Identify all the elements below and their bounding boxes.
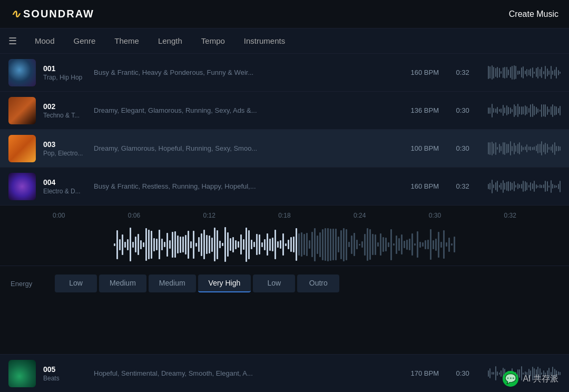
track-info: 005Beats <box>43 365 85 382</box>
waveform-bar <box>343 228 345 261</box>
track-tags: Dreamy, Glamorous, Hopeful, Running, Sex… <box>94 144 403 152</box>
waveform-bar <box>180 237 181 253</box>
waveform-bar <box>219 241 221 248</box>
track-waveform <box>488 140 561 157</box>
track-row[interactable]: 002Techno & T...Dreamy, Elegant, Glamoro… <box>0 92 569 130</box>
energy-segment-low[interactable]: Low <box>55 275 97 292</box>
waveform-bar <box>354 233 355 256</box>
create-music-button[interactable]: Create Music <box>509 9 558 19</box>
track-genre: Pop, Electro... <box>43 150 85 157</box>
waveform-bar <box>224 227 226 262</box>
track-list: 001Trap, Hip HopBusy & Frantic, Heavy & … <box>0 54 569 205</box>
bottom-track[interactable]: 005BeatsHopeful, Sentimental, Dreamy, Sm… <box>0 354 569 392</box>
track-info: 003Pop, Electro... <box>43 140 85 157</box>
track-number: 004 <box>43 178 85 187</box>
nav-item-genre[interactable]: Genre <box>66 33 103 48</box>
track-row[interactable]: 003Pop, Electro...Dreamy, Glamorous, Hop… <box>0 130 569 168</box>
track-thumbnail <box>8 97 36 124</box>
waveform-bar <box>348 242 350 247</box>
waveform-bar <box>446 242 447 247</box>
energy-section: Energy LowMediumMediumVery HighLowOutro <box>0 266 569 301</box>
track-bpm: 100 BPM <box>411 144 448 152</box>
waveform-bar <box>427 240 429 249</box>
waveform-bar <box>201 233 202 256</box>
energy-segment-medium[interactable]: Medium <box>149 275 196 292</box>
watermark: 💬 AI 共存派 <box>503 371 558 387</box>
waveform-bar <box>190 241 192 248</box>
waveform-bar <box>269 239 271 251</box>
track-genre: Techno & T... <box>43 112 85 119</box>
time-marker: 0:12 <box>203 212 215 219</box>
track-duration: 0:32 <box>456 68 477 76</box>
waveform-bar <box>203 230 205 259</box>
energy-segment-medium[interactable]: Medium <box>99 275 146 292</box>
nav-item-length[interactable]: Length <box>151 33 190 48</box>
waveform-bar <box>317 236 318 254</box>
waveform-bar <box>169 240 171 249</box>
waveform-bar <box>272 238 273 251</box>
waveform-bar <box>396 236 397 254</box>
waveform-bar <box>301 232 302 257</box>
waveform-bar <box>338 237 339 252</box>
track-thumbnail <box>8 360 36 387</box>
waveform-bar <box>406 240 408 250</box>
waveform-bar <box>248 230 250 259</box>
waveform-bar <box>377 242 379 247</box>
waveform-bar <box>296 228 297 261</box>
track-tags: Dreamy, Elegant, Glamorous, Running, Sex… <box>94 106 403 114</box>
waveform-bar <box>122 234 123 255</box>
waveform-bar <box>198 237 200 252</box>
time-marker: 0:24 <box>354 212 366 219</box>
waveform-main[interactable] <box>11 223 558 266</box>
waveform-bar <box>280 240 281 249</box>
waveform-bar <box>346 229 347 260</box>
time-marker: 0:00 <box>53 212 65 219</box>
waveform-bar <box>454 237 455 252</box>
track-duration: 0:32 <box>456 182 477 190</box>
track-duration: 0:30 <box>456 144 477 152</box>
waveform-bar <box>448 238 450 252</box>
track-row[interactable]: 004Electro & D...Busy & Frantic, Restles… <box>0 168 569 205</box>
waveform-bar <box>435 239 437 251</box>
waveform-bar <box>151 231 152 259</box>
track-genre: Trap, Hip Hop <box>43 74 85 81</box>
track-number: 001 <box>43 64 85 73</box>
nav-item-instruments[interactable]: Instruments <box>237 33 292 48</box>
waveform-bar <box>419 242 421 248</box>
waveform-bar <box>369 229 371 260</box>
waveform-bar <box>143 242 144 247</box>
waveform-bar <box>119 239 121 250</box>
track-bpm: 136 BPM <box>411 106 448 114</box>
waveform-bar <box>161 239 163 250</box>
energy-segment-outro[interactable]: Outro <box>297 275 339 292</box>
waveform-bar <box>264 239 266 250</box>
waveform-bar <box>156 239 158 250</box>
waveform-bar <box>290 237 292 252</box>
waveform-bar <box>382 237 384 252</box>
energy-segment-very-high[interactable]: Very High <box>198 275 251 292</box>
waveform-bar <box>232 237 234 252</box>
energy-segments: LowMediumMediumVery HighLowOutro <box>55 275 339 292</box>
waveform-bar <box>132 242 134 248</box>
energy-segment-low[interactable]: Low <box>253 275 295 292</box>
menu-icon[interactable]: ☰ <box>8 35 17 47</box>
waveform-bar <box>393 243 395 246</box>
waveform-bar <box>422 242 424 247</box>
waveform-bar <box>240 234 242 254</box>
nav-item-tempo[interactable]: Tempo <box>194 33 232 48</box>
track-thumbnail <box>8 135 36 162</box>
waveform-bar <box>303 234 305 255</box>
waveform-bar <box>411 233 413 256</box>
waveform-bar <box>325 228 326 261</box>
waveform-bar <box>135 237 136 252</box>
nav-item-mood[interactable]: Mood <box>27 33 62 48</box>
waveform-bar <box>404 241 405 248</box>
waveform-bar <box>195 243 197 247</box>
waveform-bar <box>174 231 176 258</box>
track-bpm: 170 BPM <box>411 369 448 377</box>
waveform-bar <box>298 233 300 256</box>
track-row[interactable]: 001Trap, Hip HopBusy & Frantic, Heavy & … <box>0 54 569 92</box>
nav-item-theme[interactable]: Theme <box>107 33 146 48</box>
waveform-bar <box>256 234 258 255</box>
waveform-bar <box>293 237 295 252</box>
